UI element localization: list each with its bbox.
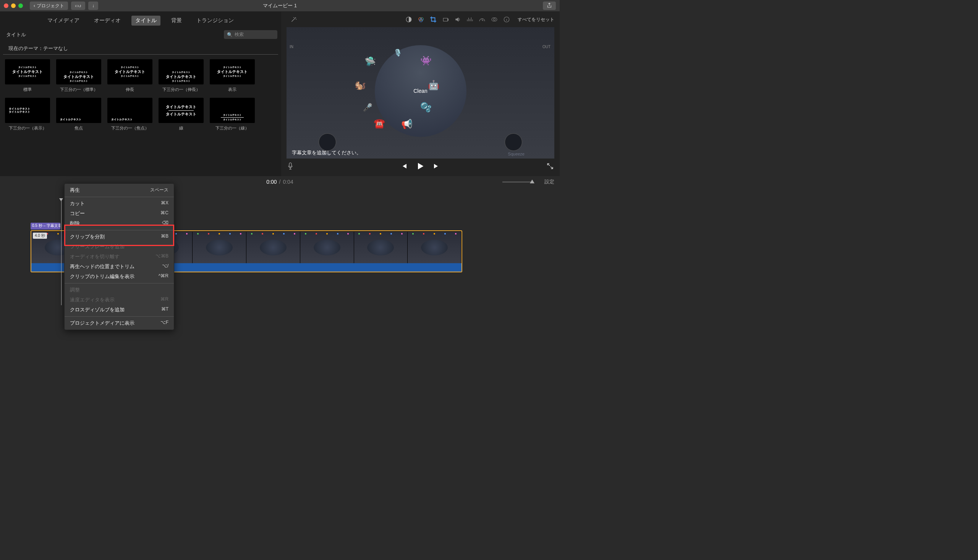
bubbles-icon: 🫧 [420, 102, 432, 113]
stabilize-icon[interactable] [442, 16, 449, 23]
media-browser: マイメディア オーディオ タイトル 背景 トランジション タイトル 🔍 検索 現… [0, 12, 281, 176]
menu-separator [65, 283, 174, 283]
menu-item[interactable]: 削除⌫ [65, 218, 174, 228]
title-preset-label: 線 [179, 125, 183, 131]
title-clip[interactable]: 0.5 秒 – 字幕文章 [30, 223, 60, 230]
total-time: 0:04 [283, 179, 293, 185]
title-preset[interactable]: タイトルテキストタイトルテキストタイトルテキスト下三分の一（伸長） [158, 59, 204, 92]
svg-rect-4 [443, 18, 447, 22]
media-import-button[interactable]: ▭♪ [71, 2, 85, 10]
menu-item: 調整 [65, 285, 174, 295]
magic-wand-icon[interactable] [290, 16, 297, 23]
volume-icon[interactable] [454, 16, 461, 23]
title-preset-label: 下三分の一（標準） [60, 87, 98, 92]
menu-item: 速度エディタを表示⌘R [65, 295, 174, 305]
menu-item[interactable]: 再生ヘッドの位置までトリム⌥/ [65, 262, 174, 272]
window-controls [4, 3, 23, 8]
title-preset[interactable]: タイトルテキストタイトルテキスト下三分の一（表示） [5, 98, 50, 131]
minimize-window[interactable] [11, 3, 16, 8]
title-preset-label: 標準 [23, 87, 32, 92]
robot-icon: 🤖 [428, 80, 439, 90]
search-input[interactable]: 🔍 検索 [224, 30, 277, 39]
tab-my-media[interactable]: マイメディア [43, 16, 83, 26]
context-menu: 再生スペースカット⌘Xコピー⌘C削除⌫クリップを分割⌘Bフリーズフレームを追加オ… [64, 183, 174, 320]
menu-item[interactable]: クリップのトリム編集を表示^⌘R [65, 272, 174, 282]
filter-icon[interactable] [491, 16, 498, 23]
squeeze-knob[interactable] [505, 133, 522, 151]
theme-label: 現在のテーマ：テーマなし [3, 41, 278, 55]
close-window[interactable] [4, 3, 8, 8]
title-preset-label: 下三分の一（表示） [9, 125, 47, 131]
mic2-icon: 🎤 [363, 103, 373, 112]
speed-icon[interactable] [479, 16, 486, 23]
next-button[interactable] [432, 162, 440, 171]
browser-section-label: タイトル [4, 31, 224, 38]
tab-titles[interactable]: タイトル [132, 16, 160, 26]
back-label: プロジェクト [37, 3, 64, 9]
menu-item[interactable]: カット⌘X [65, 198, 174, 208]
title-preset[interactable]: タイトルテキストタイトルテキストタイトルテキスト標準 [5, 59, 50, 92]
title-preset-label: 表示 [228, 87, 237, 92]
tab-audio[interactable]: オーディオ [90, 16, 125, 26]
title-preset[interactable]: タイトルテキストタイトルテキスト線 [158, 98, 204, 131]
menu-separator [65, 197, 174, 197]
adjust-toolbar: すべてをリセット [281, 12, 560, 27]
back-to-projects[interactable]: ‹ プロジェクト [30, 2, 68, 10]
phone-icon: ☎️ [374, 118, 385, 129]
menu-separator [65, 230, 174, 230]
fullscreen-button[interactable] [546, 163, 553, 171]
menu-item[interactable]: クリップを分割⌘B [65, 232, 174, 242]
svg-rect-9 [289, 163, 292, 167]
clean-label: Clean [413, 88, 428, 94]
title-preset[interactable]: タイトルテキストタイトルテキストタイトルテキスト表示 [209, 59, 255, 92]
voiceover-button[interactable] [287, 162, 293, 171]
title-preset-label: 焦点 [75, 125, 83, 131]
squirrel-icon: 🐿️ [355, 80, 366, 90]
title-preset[interactable]: タイトルテキスト焦点 [56, 98, 102, 131]
menu-item: オーディオを切り離す⌥⌘B [65, 252, 174, 262]
timeline-settings[interactable]: 設定 [545, 178, 554, 185]
tab-backgrounds[interactable]: 背景 [167, 16, 186, 26]
zoom-slider[interactable] [502, 182, 533, 183]
viewer[interactable]: IN OUT Clean 🛸 🎙️ 👾 🐿️ 🤖 🎤 🫧 ☎️ 📢 [287, 27, 554, 158]
color-balance-icon[interactable] [405, 16, 412, 23]
search-icon: 🔍 [227, 32, 233, 37]
project-title: マイムービー 1 [263, 2, 297, 9]
menu-item[interactable]: クロスディゾルブを追加⌘T [65, 305, 174, 315]
clip-thumbnail [300, 232, 354, 263]
title-preset[interactable]: タイトルテキストタイトルテキスト下三分の一（線） [209, 98, 255, 131]
menu-item[interactable]: コピー⌘C [65, 208, 174, 218]
share-icon [546, 3, 552, 9]
share-button[interactable] [543, 2, 556, 10]
clip-duration-badge: 4.0 秒 [33, 233, 47, 239]
prev-button[interactable] [400, 162, 408, 171]
color-correction-icon[interactable] [418, 16, 425, 23]
play-button[interactable] [416, 162, 425, 172]
tab-transitions[interactable]: トランジション [193, 16, 238, 26]
transport-controls [281, 158, 560, 176]
ufo-icon: 🛸 [365, 56, 376, 67]
tone-knob[interactable] [318, 133, 336, 151]
noise-reduction-icon[interactable] [467, 16, 473, 23]
viewer-panel: すべてをリセット IN OUT Clean 🛸 🎙️ 👾 🐿️ 🤖 🎤 🫧 [281, 12, 560, 176]
title-preset[interactable]: タイトルテキストタイトルテキストタイトルテキスト下三分の一（標準） [56, 59, 102, 92]
title-preset[interactable]: タイトルテキストタイトルテキストタイトルテキスト伸長 [107, 59, 153, 92]
current-time: 0:00 [266, 179, 277, 185]
menu-item[interactable]: プロジェクトメディアに表示⌥F [65, 318, 174, 320]
reset-all-button[interactable]: すべてをリセット [518, 17, 554, 23]
caption-text[interactable]: 字幕文章を追加してください。 [292, 149, 362, 156]
download-button[interactable]: ↓ [88, 2, 98, 10]
clip-thumbnail [193, 232, 247, 263]
menu-item[interactable]: 再生スペース [65, 185, 174, 195]
info-icon[interactable] [503, 16, 510, 23]
squeeze-label: Squeeze [508, 152, 525, 156]
crop-icon[interactable] [430, 16, 437, 23]
clip-thumbnail [354, 232, 408, 263]
mic-icon: 🎙️ [393, 48, 402, 57]
title-grid: タイトルテキストタイトルテキストタイトルテキスト標準タイトルテキストタイトルテキ… [0, 55, 281, 136]
zoom-window[interactable] [18, 3, 23, 8]
search-placeholder: 検索 [235, 31, 244, 38]
playhead[interactable] [61, 200, 62, 305]
title-preset[interactable]: タイトルテキスト下三分の一（焦点） [107, 98, 153, 131]
menu-separator [65, 316, 174, 317]
